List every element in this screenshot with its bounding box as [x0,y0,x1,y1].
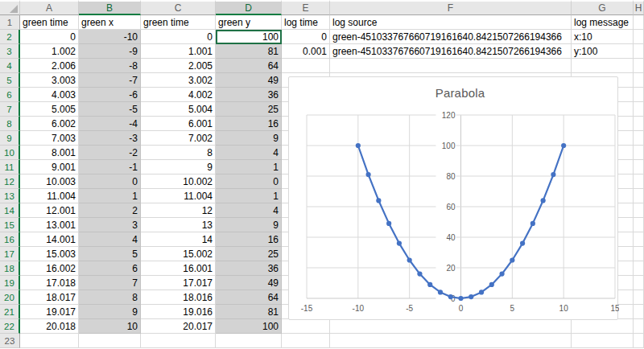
cell-E22[interactable] [282,319,330,334]
cell-C1[interactable]: green time [141,15,216,30]
cell-G4[interactable] [572,59,634,73]
cell-A8[interactable]: 6.002 [20,117,79,131]
cell-B8[interactable]: -4 [79,117,141,131]
cell-H14[interactable] [634,203,644,218]
cell-D5[interactable]: 49 [216,73,282,88]
row-header-18[interactable]: 18 [0,261,20,276]
row-header-15[interactable]: 15 [0,218,20,232]
cell-B12[interactable]: 0 [79,174,141,189]
cell-B11[interactable]: -1 [79,160,141,174]
cell-A12[interactable]: 10.003 [20,174,79,189]
row-header-5[interactable]: 5 [0,73,20,88]
cell-A3[interactable]: 1.002 [20,44,79,59]
cell-B17[interactable]: 5 [79,247,141,261]
cell-H21[interactable] [634,305,644,319]
row-header-8[interactable]: 8 [0,117,20,131]
cell-D19[interactable]: 49 [216,276,282,290]
cell-B5[interactable]: -7 [79,73,141,88]
cell-H3[interactable] [634,44,644,59]
cell-H2[interactable] [634,30,644,44]
row-header-6[interactable]: 6 [0,88,20,102]
cell-D9[interactable]: 9 [216,131,282,146]
cell-H18[interactable] [634,261,644,276]
cell-C13[interactable]: 11.004 [141,189,216,203]
cell-E23[interactable] [282,334,330,348]
column-header-C[interactable]: C [141,0,216,15]
cell-C2[interactable]: 0 [141,30,216,44]
cell-D3[interactable]: 81 [216,44,282,59]
cell-G2[interactable]: x:10 [572,30,634,44]
cell-C5[interactable]: 3.002 [141,73,216,88]
cell-E1[interactable]: log time [282,15,330,30]
cell-F2[interactable]: green-451033767660719161640.842150726619… [330,30,572,44]
cell-B2[interactable]: -10 [79,30,141,44]
cell-H6[interactable] [634,88,644,102]
cell-D8[interactable]: 16 [216,117,282,131]
cell-B15[interactable]: 3 [79,218,141,232]
cell-B21[interactable]: 9 [79,305,141,319]
cell-H23[interactable] [634,334,644,348]
cell-B4[interactable]: -8 [79,59,141,73]
cell-B14[interactable]: 2 [79,203,141,218]
cell-G23[interactable] [572,334,634,348]
row-header-12[interactable]: 12 [0,174,20,189]
cell-A6[interactable]: 4.003 [20,88,79,102]
cell-B10[interactable]: -2 [79,146,141,160]
cell-A17[interactable]: 15.003 [20,247,79,261]
cell-H12[interactable] [634,174,644,189]
row-header-2[interactable]: 2 [0,30,20,44]
cell-B16[interactable]: 4 [79,232,141,247]
cell-A14[interactable]: 12.001 [20,203,79,218]
cell-H9[interactable] [634,131,644,146]
cell-D21[interactable]: 81 [216,305,282,319]
cell-A13[interactable]: 11.004 [20,189,79,203]
cell-C16[interactable]: 14 [141,232,216,247]
cell-A23[interactable] [20,334,79,348]
cell-C15[interactable]: 13 [141,218,216,232]
cell-H22[interactable] [634,319,644,334]
cell-B9[interactable]: -3 [79,131,141,146]
cell-C20[interactable]: 18.016 [141,290,216,305]
cell-A4[interactable]: 2.006 [20,59,79,73]
cell-B1[interactable]: green x [79,15,141,30]
cell-D10[interactable]: 4 [216,146,282,160]
row-header-17[interactable]: 17 [0,247,20,261]
cell-B19[interactable]: 7 [79,276,141,290]
column-header-E[interactable]: E [282,0,330,15]
cell-H19[interactable] [634,276,644,290]
cell-C14[interactable]: 12 [141,203,216,218]
cell-B22[interactable]: 10 [79,319,141,334]
row-header-22[interactable]: 22 [0,319,20,334]
select-all-corner[interactable] [0,0,20,15]
cell-D4[interactable]: 64 [216,59,282,73]
cell-B23[interactable] [79,334,141,348]
cell-C22[interactable]: 20.017 [141,319,216,334]
cell-H4[interactable] [634,59,644,73]
column-header-D[interactable]: D [216,0,282,15]
cell-F22[interactable] [330,319,572,334]
cell-A1[interactable]: green time [20,15,79,30]
row-header-7[interactable]: 7 [0,102,20,117]
cell-D23[interactable] [216,334,282,348]
cell-D15[interactable]: 9 [216,218,282,232]
cell-D13[interactable]: 1 [216,189,282,203]
cell-C8[interactable]: 6.001 [141,117,216,131]
cell-C10[interactable]: 8 [141,146,216,160]
cell-C11[interactable]: 9 [141,160,216,174]
row-header-21[interactable]: 21 [0,305,20,319]
cell-D2[interactable]: 100 [216,30,282,44]
cell-D20[interactable]: 64 [216,290,282,305]
row-header-19[interactable]: 19 [0,276,20,290]
cell-D7[interactable]: 25 [216,102,282,117]
cell-H11[interactable] [634,160,644,174]
cell-A22[interactable]: 20.018 [20,319,79,334]
cell-A11[interactable]: 9.001 [20,160,79,174]
cell-C12[interactable]: 10.002 [141,174,216,189]
cell-H1[interactable] [634,15,644,30]
column-header-H[interactable]: H [634,0,644,15]
cell-C9[interactable]: 7.002 [141,131,216,146]
row-header-16[interactable]: 16 [0,232,20,247]
cell-A10[interactable]: 8.001 [20,146,79,160]
cell-H10[interactable] [634,146,644,160]
row-header-23[interactable]: 23 [0,334,20,348]
